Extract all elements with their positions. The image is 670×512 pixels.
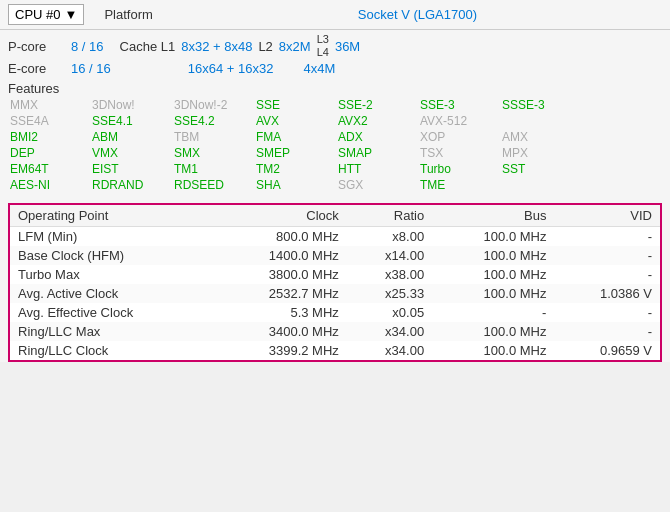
table-row: LFM (Min) 800.0 MHz x8.00 100.0 MHz - [10,227,660,247]
col-header-ratio: Ratio [347,205,432,227]
feature-item-RDRAND: RDRAND [90,177,170,193]
op-ratio: x38.00 [347,265,432,284]
op-ratio: x8.00 [347,227,432,247]
feature-item-SSE4.1: SSE4.1 [90,113,170,129]
feature-item-RDSEED: RDSEED [172,177,252,193]
cache-l2-ecore: 4x4M [303,61,335,76]
op-bus: 100.0 MHz [432,284,554,303]
op-clock: 2532.7 MHz [213,284,346,303]
features-title: Features [8,81,662,96]
feature-item-31 [582,145,662,161]
cache-l1-group: Cache L1 8x32 + 8x48 L2 8x2M L3 L4 36M [120,33,361,59]
op-vid: - [554,265,660,284]
feature-item-SHA: SHA [254,177,334,193]
feature-item-MPX: MPX [500,145,580,161]
op-label: Ring/LLC Max [10,322,213,341]
feature-item-TM1: TM1 [172,161,252,177]
pcore-value: 8 / 16 [71,39,104,54]
op-label: Base Clock (HFM) [10,246,213,265]
table-row: Avg. Active Clock 2532.7 MHz x25.33 100.… [10,284,660,303]
op-label: Avg. Effective Clock [10,303,213,322]
op-label: Turbo Max [10,265,213,284]
feature-item-SGX: SGX [336,177,416,193]
operating-points-section: Operating Point Clock Ratio Bus VID LFM … [8,203,662,362]
op-bus: 100.0 MHz [432,227,554,247]
feature-item-AVX2: AVX2 [336,113,416,129]
op-clock: 3400.0 MHz [213,322,346,341]
cache-ecore-value: 16x64 + 16x32 [188,61,274,76]
op-ratio: x34.00 [347,341,432,360]
feature-item-TM2: TM2 [254,161,334,177]
feature-item-TSX: TSX [418,145,498,161]
table-row: Ring/LLC Clock 3399.2 MHz x34.00 100.0 M… [10,341,660,360]
table-row: Ring/LLC Max 3400.0 MHz x34.00 100.0 MHz… [10,322,660,341]
cache-l1-label: Cache L1 [120,39,176,54]
col-header-operating-point: Operating Point [10,205,213,227]
cache-ecore-group: 16x64 + 16x32 4x4M [127,61,335,76]
feature-item-46 [500,177,580,193]
operating-points-table: Operating Point Clock Ratio Bus VID LFM … [10,205,660,360]
feature-item-SMAP: SMAP [336,145,416,161]
table-header-row: Operating Point Clock Ratio Bus VID [10,205,660,227]
feature-item-EM64T: EM64T [8,161,88,177]
feature-item-Turbo: Turbo [418,161,498,177]
cache-l1-value: 8x32 + 8x48 [181,39,252,54]
main-container: CPU #0 ▼ Platform Socket V (LGA1700) P-c… [0,0,670,362]
feature-item-MMX: MMX [8,97,88,113]
op-bus: 100.0 MHz [432,322,554,341]
op-bus: 100.0 MHz [432,341,554,360]
op-bus: 100.0 MHz [432,246,554,265]
feature-item-7 [582,97,662,113]
op-label: Ring/LLC Clock [10,341,213,360]
op-ratio: x34.00 [347,322,432,341]
op-vid: 1.0386 V [554,284,660,303]
op-vid: - [554,322,660,341]
col-header-clock: Clock [213,205,346,227]
op-ratio: x14.00 [347,246,432,265]
table-row: Turbo Max 3800.0 MHz x38.00 100.0 MHz - [10,265,660,284]
feature-item-AMX: AMX [500,129,580,145]
feature-item-EIST: EIST [90,161,170,177]
feature-item-39 [582,161,662,177]
socket-label: Socket V (LGA1700) [173,7,662,22]
cache-l2-label: L2 [258,39,272,54]
col-header-vid: VID [554,205,660,227]
cpu-selector[interactable]: CPU #0 ▼ [8,4,84,25]
op-ratio: x0.05 [347,303,432,322]
op-vid: 0.9659 V [554,341,660,360]
feature-item-TME: TME [418,177,498,193]
cpu-label: CPU #0 [15,7,61,22]
feature-item-47 [582,177,662,193]
cache-l3-label-l4: L4 [317,46,329,59]
table-row: Base Clock (HFM) 1400.0 MHz x14.00 100.0… [10,246,660,265]
feature-item-SSSE-3: SSSE-3 [500,97,580,113]
cache-l3-label-group: L3 L4 [317,33,329,59]
op-label: LFM (Min) [10,227,213,247]
platform-label: Platform [104,7,152,22]
pcore-row: P-core 8 / 16 Cache L1 8x32 + 8x48 L2 8x… [8,32,662,60]
op-clock: 1400.0 MHz [213,246,346,265]
feature-item-14 [500,113,580,129]
ecore-label: E-core [8,61,63,76]
feature-item-BMI2: BMI2 [8,129,88,145]
feature-item-DEP: DEP [8,145,88,161]
op-clock: 3399.2 MHz [213,341,346,360]
feature-item-AVX-512: AVX-512 [418,113,498,129]
feature-item-23 [582,129,662,145]
op-ratio: x25.33 [347,284,432,303]
op-vid: - [554,303,660,322]
feature-item-HTT: HTT [336,161,416,177]
ecore-row: E-core 16 / 16 16x64 + 16x32 4x4M [8,60,662,77]
chevron-down-icon: ▼ [65,7,78,22]
feature-item-SSE4A: SSE4A [8,113,88,129]
op-clock: 800.0 MHz [213,227,346,247]
feature-item-SSE-3: SSE-3 [418,97,498,113]
feature-item-ADX: ADX [336,129,416,145]
col-header-bus: Bus [432,205,554,227]
op-bus: - [432,303,554,322]
cache-l3-label-l3: L3 [317,33,329,46]
feature-item-VMX: VMX [90,145,170,161]
cache-l2-value: 8x2M [279,39,311,54]
feature-item-SSE4.2: SSE4.2 [172,113,252,129]
feature-item-SSE: SSE [254,97,334,113]
